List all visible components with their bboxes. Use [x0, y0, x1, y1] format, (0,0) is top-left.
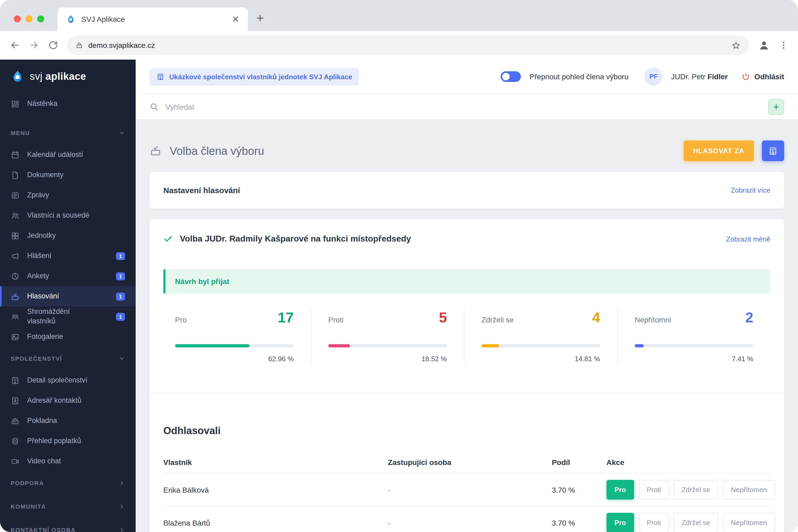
sidebar-item-zpravy[interactable]: Zprávy — [0, 185, 136, 205]
search-bar — [136, 94, 798, 119]
coins-icon — [11, 437, 20, 445]
calendar-icon — [11, 150, 20, 159]
sidebar-item-poplatky[interactable]: Přehled poplatků — [0, 431, 136, 451]
browser-menu-icon[interactable] — [779, 40, 788, 50]
vote-nepritomen-button[interactable]: Nepřítomen — [723, 480, 775, 499]
vote-nepritomen-button[interactable]: Nepřítomen — [723, 513, 775, 532]
vote-pro-button[interactable]: Pro — [607, 480, 634, 499]
stat-label: Zdrželi se — [481, 316, 514, 324]
power-icon — [742, 72, 750, 81]
tab-close-icon[interactable]: ✕ — [232, 15, 240, 24]
back-icon[interactable] — [10, 40, 20, 51]
pie-chart-icon — [11, 271, 20, 281]
show-less-link[interactable]: Zobrazit méně — [726, 235, 770, 243]
page-title: Volba člena výboru — [170, 145, 264, 157]
stat-value: 4 — [592, 310, 600, 326]
news-icon — [11, 191, 20, 200]
dashboard-icon — [11, 99, 20, 108]
sidebar: svj aplikace Nástěnka MENU Kalendář udál… — [0, 60, 136, 532]
people-icon — [11, 211, 20, 220]
vote-for-button[interactable]: HLASOVAT ZA — [684, 140, 754, 161]
committee-view-toggle[interactable] — [501, 71, 521, 82]
progress-bar — [481, 344, 600, 347]
sidebar-item-dokumenty[interactable]: Dokumenty — [0, 165, 136, 185]
stat-proti: Proti 5 18.52 % — [311, 310, 464, 363]
reload-icon[interactable] — [48, 40, 58, 51]
vote-question-title: Volba JUDr. Radmily Kašparové na funkci … — [180, 234, 719, 244]
sidebar-section-komunita[interactable]: KOMUNITA — [0, 495, 136, 518]
stat-percentage: 62.96 % — [175, 355, 294, 363]
sidebar-item-jednotky[interactable]: Jednotky — [0, 226, 136, 246]
zoom-window-button[interactable] — [37, 15, 44, 22]
vote-zdrzel-button[interactable]: Zdržel se — [674, 513, 718, 532]
grid-icon — [11, 231, 20, 240]
show-more-link[interactable]: Zobrazit více — [731, 186, 770, 194]
document-icon — [11, 171, 20, 179]
sidebar-item-pokladna[interactable]: Pokladna — [0, 411, 136, 431]
browser-profile-icon[interactable] — [758, 39, 770, 52]
vote-pro-button[interactable]: Pro — [607, 513, 634, 532]
video-camera-icon — [11, 457, 20, 466]
voter-proxy: - — [388, 486, 552, 494]
minimize-window-button[interactable] — [25, 15, 33, 22]
ballot-action-button[interactable] — [762, 140, 784, 161]
search-input[interactable] — [166, 102, 761, 111]
new-tab-button[interactable]: + — [256, 12, 264, 24]
voters-table: Vlastník Zastupující osoba Podíl Akce Er… — [163, 452, 770, 532]
forward-icon[interactable] — [29, 40, 39, 51]
chevron-down-icon — [119, 355, 125, 362]
stat-pro: Pro 17 62.96 % — [163, 310, 311, 363]
settings-card-title: Nastavení hlasování — [163, 186, 240, 195]
vote-zdrzel-button[interactable]: Zdržel se — [674, 480, 718, 499]
close-window-button[interactable] — [14, 15, 21, 22]
vote-proti-button[interactable]: Proti — [639, 513, 669, 532]
sidebar-item-kalendar[interactable]: Kalendář událostí — [0, 145, 136, 165]
voter-share: 3.70 % — [552, 518, 606, 527]
column-akce: Akce — [607, 458, 770, 467]
stat-percentage: 7.41 % — [635, 355, 753, 363]
sidebar-section-menu[interactable]: MENU — [0, 121, 136, 145]
sidebar-item-hlaseni[interactable]: Hlášení 1 — [0, 246, 136, 266]
bookmark-star-icon[interactable] — [732, 41, 741, 50]
vote-settings-card: Nastavení hlasování Zobrazit více — [150, 172, 784, 209]
column-vlastnik: Vlastník — [163, 458, 388, 467]
app-logo[interactable]: svj aplikace — [0, 60, 136, 94]
result-banner: Návrh byl přijat — [163, 269, 770, 294]
user-avatar[interactable]: PF — [645, 68, 663, 86]
vote-proti-button[interactable]: Proti — [639, 480, 669, 499]
sidebar-item-shromazdeni[interactable]: Shromáždění vlastníků 1 — [0, 306, 136, 327]
sidebar-section-kontaktni-osoba[interactable]: KONTAKTNÍ OSOBA — [0, 518, 136, 532]
sidebar-item-nastenka[interactable]: Nástěnka — [0, 94, 136, 114]
progress-bar — [175, 344, 294, 347]
vote-actions: Pro Proti Zdržel se Nepřítomen — [607, 513, 775, 532]
stat-percentage: 14.81 % — [481, 355, 600, 363]
vote-result-card: Volba JUDr. Radmily Kašparové na funkci … — [150, 219, 784, 532]
address-bar[interactable]: demo.svjaplikace.cz — [67, 36, 749, 55]
logout-button[interactable]: Odhlásit — [742, 72, 784, 81]
sidebar-item-fotogalerie[interactable]: Fotogalerie — [0, 327, 136, 347]
notification-badge: 1 — [116, 252, 125, 260]
sidebar-item-detail-spolecenstvi[interactable]: Detail společenství — [0, 370, 136, 391]
sidebar-item-vlastnici[interactable]: Vlastníci a sousedé — [0, 205, 136, 226]
url-text: demo.svjaplikace.cz — [88, 41, 726, 50]
svj-favicon-icon — [66, 14, 76, 24]
stat-nepritomni: Nepřítomni 2 7.41 % — [617, 310, 770, 363]
sidebar-item-hlasovani[interactable]: Hlasování 1 — [0, 286, 136, 306]
add-button[interactable] — [768, 99, 784, 115]
browser-tab[interactable]: SVJ Aplikace ✕ — [57, 7, 248, 31]
stat-percentage: 18.52 % — [328, 355, 447, 363]
sidebar-section-podpora[interactable]: PODPORA — [0, 471, 136, 495]
notification-badge: 1 — [116, 272, 125, 280]
sidebar-item-ankety[interactable]: Ankety 1 — [0, 266, 136, 286]
toggle-label: Přepnout pohled člena výboru — [530, 72, 629, 81]
stat-value: 17 — [278, 310, 294, 326]
stat-zdrzeli: Zdrželi se 4 14.81 % — [464, 310, 617, 363]
sidebar-item-video-chat[interactable]: Video chat — [0, 451, 136, 471]
company-chip[interactable]: Ukázkové společenství vlastníků jednotek… — [150, 68, 359, 86]
photo-icon — [11, 332, 20, 341]
sidebar-item-adresar[interactable]: Adresář kontaktů — [0, 391, 136, 411]
ballot-box-icon — [11, 292, 20, 301]
plus-icon — [773, 103, 780, 110]
voter-name: Erika Bálková — [163, 486, 388, 494]
sidebar-section-spolecenstvi[interactable]: SPOLEČENSTVÍ — [0, 347, 136, 370]
